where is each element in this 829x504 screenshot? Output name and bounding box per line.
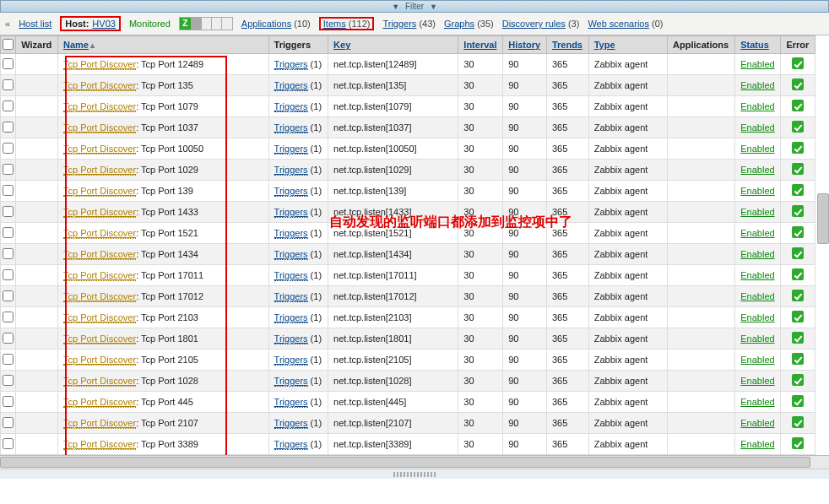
status-link[interactable]: Enabled [740, 333, 774, 344]
host-link[interactable]: HV03 [92, 19, 116, 29]
status-link[interactable]: Enabled [740, 376, 774, 386]
discover-prefix-link[interactable]: Tcp Port Discover [63, 80, 136, 91]
discover-prefix-link[interactable]: Tcp Port Discover [63, 397, 136, 408]
col-interval-sort[interactable]: Interval [463, 40, 496, 50]
cell-checkbox[interactable] [1, 138, 16, 160]
row-checkbox[interactable] [3, 269, 14, 280]
col-history[interactable]: History [503, 36, 547, 54]
status-link[interactable]: Enabled [740, 228, 774, 238]
status-link[interactable]: Enabled [740, 249, 774, 259]
triggers-link[interactable]: Triggers [274, 376, 308, 387]
triggers-link[interactable]: Triggers [274, 397, 308, 408]
hostlist-link[interactable]: Host list [19, 19, 51, 29]
row-checkbox[interactable] [3, 185, 14, 196]
discover-prefix-link[interactable]: Tcp Port Discover [63, 270, 136, 281]
col-trends[interactable]: Trends [546, 36, 588, 54]
triggers-link[interactable]: Triggers [274, 418, 308, 429]
graphs-link[interactable]: Graphs [444, 19, 474, 29]
discover-prefix-link[interactable]: Tcp Port Discover [63, 122, 136, 133]
discover-prefix-link[interactable]: Tcp Port Discover [63, 144, 136, 154]
horizontal-scrollbar[interactable] [0, 455, 829, 469]
triggers-link[interactable]: Triggers [274, 270, 308, 281]
discover-prefix-link[interactable]: Tcp Port Discover [63, 291, 136, 302]
applications-link[interactable]: Applications [241, 19, 291, 29]
row-checkbox[interactable] [3, 58, 14, 69]
status-link[interactable]: Enabled [740, 144, 774, 154]
checkall-checkbox[interactable] [3, 39, 14, 50]
discover-prefix-link[interactable]: Tcp Port Discover [63, 59, 136, 70]
status-link[interactable]: Enabled [740, 397, 774, 407]
col-key-sort[interactable]: Key [333, 40, 350, 50]
status-link[interactable]: Enabled [740, 270, 774, 280]
status-link[interactable]: Enabled [740, 312, 774, 322]
col-trends-sort[interactable]: Trends [552, 40, 582, 50]
col-status-sort[interactable]: Status [740, 40, 769, 50]
row-checkbox[interactable] [3, 206, 14, 217]
col-interval[interactable]: Interval [458, 36, 503, 54]
status-link[interactable]: Enabled [740, 80, 774, 90]
cell-checkbox[interactable] [1, 350, 16, 371]
triggers-link[interactable]: Triggers [274, 144, 308, 154]
discover-prefix-link[interactable]: Tcp Port Discover [63, 355, 136, 366]
row-checkbox[interactable] [3, 417, 14, 428]
cell-checkbox[interactable] [1, 371, 16, 392]
row-checkbox[interactable] [3, 333, 14, 344]
discovery-link[interactable]: Discovery rules [502, 19, 566, 29]
triggers-link[interactable]: Triggers [274, 207, 308, 218]
row-checkbox[interactable] [3, 290, 14, 301]
cell-checkbox[interactable] [1, 223, 16, 244]
vertical-scrollbar[interactable] [817, 193, 829, 244]
triggers-link[interactable]: Triggers [274, 312, 308, 323]
cell-checkbox[interactable] [1, 202, 16, 223]
row-checkbox[interactable] [3, 100, 14, 111]
triggers-link[interactable]: Triggers [274, 80, 308, 91]
row-checkbox[interactable] [3, 375, 14, 386]
discover-prefix-link[interactable]: Tcp Port Discover [63, 376, 136, 387]
col-key[interactable]: Key [328, 36, 458, 54]
col-type-sort[interactable]: Type [594, 40, 615, 50]
status-link[interactable]: Enabled [740, 101, 774, 111]
status-link[interactable]: Enabled [740, 207, 774, 217]
triggers-link[interactable]: Triggers [274, 249, 308, 260]
status-link[interactable]: Enabled [740, 418, 774, 428]
col-status[interactable]: Status [735, 36, 781, 54]
scrollbar-thumb[interactable] [0, 457, 810, 468]
discover-prefix-link[interactable]: Tcp Port Discover [63, 186, 136, 197]
status-link[interactable]: Enabled [740, 355, 774, 365]
cell-checkbox[interactable] [1, 392, 16, 413]
cell-checkbox[interactable] [1, 181, 16, 202]
cell-checkbox[interactable] [1, 265, 16, 286]
cell-checkbox[interactable] [1, 117, 16, 138]
triggers-link[interactable]: Triggers [382, 19, 416, 29]
row-checkbox[interactable] [3, 396, 14, 407]
col-name[interactable]: Name▴ [57, 36, 268, 54]
cell-checkbox[interactable] [1, 75, 16, 96]
cell-checkbox[interactable] [1, 96, 16, 117]
discover-prefix-link[interactable]: Tcp Port Discover [63, 249, 136, 260]
discover-prefix-link[interactable]: Tcp Port Discover [63, 439, 136, 450]
triggers-link[interactable]: Triggers [274, 165, 308, 176]
status-link[interactable]: Enabled [740, 122, 774, 133]
col-history-sort[interactable]: History [508, 40, 540, 50]
triggers-link[interactable]: Triggers [274, 186, 308, 197]
row-checkbox[interactable] [3, 248, 14, 259]
triggers-link[interactable]: Triggers [274, 228, 308, 239]
triggers-link[interactable]: Triggers [274, 291, 308, 302]
row-checkbox[interactable] [3, 143, 14, 154]
status-link[interactable]: Enabled [740, 165, 774, 175]
cell-checkbox[interactable] [1, 244, 16, 265]
discover-prefix-link[interactable]: Tcp Port Discover [63, 418, 136, 429]
triggers-link[interactable]: Triggers [274, 355, 308, 366]
row-checkbox[interactable] [3, 122, 14, 133]
row-checkbox[interactable] [3, 79, 14, 90]
web-link[interactable]: Web scenarios [588, 19, 649, 29]
row-checkbox[interactable] [3, 164, 14, 175]
triggers-link[interactable]: Triggers [274, 59, 308, 70]
cell-checkbox[interactable] [1, 434, 16, 455]
status-link[interactable]: Enabled [740, 439, 774, 449]
triggers-link[interactable]: Triggers [274, 439, 308, 450]
col-name-sort[interactable]: Name [63, 40, 89, 50]
triggers-link[interactable]: Triggers [274, 122, 308, 133]
cell-checkbox[interactable] [1, 413, 16, 434]
triggers-link[interactable]: Triggers [274, 333, 308, 344]
